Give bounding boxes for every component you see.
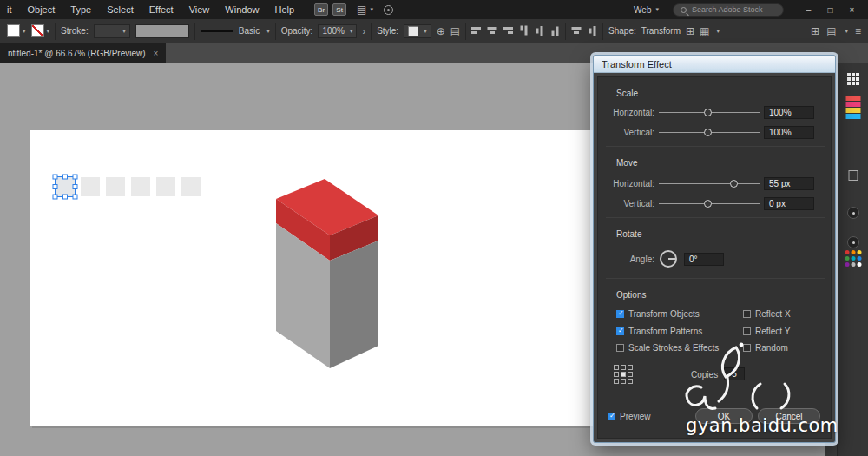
options-row-2: Transform Patterns Reflect Y	[616, 326, 828, 336]
brushes-panel-icon[interactable]	[847, 236, 859, 248]
menu-window[interactable]: Window	[217, 4, 266, 15]
menu-help[interactable]: Help	[266, 4, 302, 15]
menubar: it Object Type Select Effect View Window…	[0, 0, 868, 19]
transform-copies-preview	[81, 177, 201, 196]
rotate-angle-row: Angle: 0°	[594, 250, 837, 268]
chevron-down-icon: ▾	[122, 28, 126, 35]
arrange-documents-control[interactable]: ▤ ▾	[357, 4, 373, 15]
ok-button[interactable]: OK	[695, 408, 753, 424]
tab-close-icon[interactable]: ×	[154, 49, 159, 58]
align-center-icon[interactable]	[487, 26, 497, 36]
workspace-switcher[interactable]: Web ▾	[634, 5, 659, 15]
divider	[371, 23, 372, 40]
opacity-dropdown[interactable]: 100% ▾	[318, 24, 357, 38]
align-top-icon[interactable]	[519, 26, 529, 36]
dialog-title: Transform Effect	[602, 59, 672, 69]
random-checkbox[interactable]	[743, 344, 751, 352]
menu-edit[interactable]: it	[5, 4, 20, 15]
chevron-down-icon: ▾	[716, 28, 720, 35]
preview-checkbox[interactable]	[608, 413, 615, 420]
color-panel-icon[interactable]	[845, 96, 860, 119]
scale-horizontal-input[interactable]: 100%	[764, 106, 814, 119]
close-button[interactable]: ×	[841, 5, 863, 15]
align-right-icon[interactable]	[503, 26, 513, 36]
stroke-color-control[interactable]: ▾	[31, 24, 50, 37]
maximize-button[interactable]: □	[819, 5, 841, 15]
move-vertical-slider[interactable]	[659, 199, 760, 208]
selected-object[interactable]	[53, 175, 77, 199]
scale-vertical-slider[interactable]	[659, 128, 760, 137]
angle-dial[interactable]	[660, 250, 677, 268]
divider	[565, 23, 566, 40]
scale-vertical-input[interactable]: 100%	[764, 126, 814, 139]
document-tab[interactable]: ntitled-1* @ 66.67% (RGB/Preview) ×	[0, 43, 166, 63]
menu-effect[interactable]: Effect	[141, 4, 181, 15]
distribute-vertical-icon[interactable]	[588, 26, 597, 36]
stroke-weight-dropdown[interactable]: ▾	[94, 24, 130, 38]
scale-strokes-checkbox[interactable]	[616, 344, 624, 352]
style-dropdown[interactable]: ▾	[404, 24, 431, 38]
panel-menu-icon[interactable]: ≡	[855, 26, 861, 36]
symbols-panel-icon[interactable]	[847, 207, 859, 219]
grid-view-icon[interactable]: ⊞	[811, 26, 819, 36]
transform-label[interactable]: Transform	[641, 26, 681, 36]
style-label: Style:	[377, 26, 398, 36]
transform-patterns-label: Transform Patterns	[628, 327, 702, 336]
section-divider	[606, 278, 825, 279]
box-artwork[interactable]	[276, 179, 378, 368]
chevron-down-icon: ▾	[266, 28, 270, 35]
slider-knob[interactable]	[704, 200, 712, 208]
transform-patterns-checkbox[interactable]	[616, 327, 624, 335]
fill-color-control[interactable]: ▾	[7, 24, 26, 37]
preview-control: Preview	[608, 412, 651, 421]
stock-badge[interactable]: St	[332, 3, 346, 16]
sync-status-control[interactable]	[384, 5, 393, 15]
document-setup-icon[interactable]: ▤	[450, 26, 460, 36]
panels-icon[interactable]: ▤	[826, 26, 836, 36]
flyout-arrow-icon[interactable]: ›	[362, 26, 365, 36]
transform-options-icon[interactable]: ▦	[700, 26, 709, 36]
width-profile-preview[interactable]	[135, 24, 189, 38]
publish-online-icon[interactable]: ⊕	[437, 26, 445, 36]
minimize-button[interactable]: –	[798, 5, 819, 15]
stroke-swatch	[31, 24, 44, 37]
swatches-panel-icon[interactable]	[845, 250, 861, 267]
move-vertical-input[interactable]: 0 px	[764, 197, 814, 210]
move-horizontal-slider[interactable]	[659, 179, 760, 188]
dialog-titlebar[interactable]: Transform Effect	[594, 56, 835, 73]
illustrator-window: it Object Type Select Effect View Window…	[0, 0, 868, 456]
reflect-y-checkbox[interactable]	[743, 327, 751, 335]
distribute-horizontal-icon[interactable]	[571, 26, 582, 36]
move-horizontal-input[interactable]: 55 px	[764, 177, 814, 190]
libraries-panel-icon[interactable]	[848, 170, 858, 181]
chevron-down-icon: ▾	[47, 28, 50, 35]
reference-point-locator[interactable]	[614, 365, 633, 384]
slider-knob[interactable]	[704, 129, 712, 136]
cancel-button[interactable]: Cancel	[758, 408, 820, 424]
scale-horizontal-label: Horizontal:	[594, 108, 654, 117]
slider-knob[interactable]	[730, 180, 738, 188]
slider-knob[interactable]	[704, 109, 712, 116]
angle-input[interactable]: 0°	[684, 253, 724, 266]
bridge-badge[interactable]: Br	[314, 3, 328, 16]
reflect-x-checkbox[interactable]	[743, 310, 751, 318]
opacity-value: 100%	[322, 26, 345, 36]
align-bottom-icon[interactable]	[550, 26, 560, 36]
adobe-stock-search[interactable]: Search Adobe Stock	[673, 3, 784, 17]
artboards-panel-icon[interactable]	[847, 73, 859, 85]
options-row-1: Transform Objects Reflect X	[616, 308, 828, 319]
menu-view[interactable]: View	[181, 4, 218, 15]
style-swatch	[408, 26, 418, 36]
menu-type[interactable]: Type	[62, 4, 99, 15]
divider	[465, 23, 466, 40]
scale-horizontal-slider[interactable]	[659, 108, 760, 117]
menu-object[interactable]: Object	[20, 4, 63, 15]
brush-definition-label[interactable]: Basic	[239, 26, 260, 36]
align-middle-icon[interactable]	[535, 26, 544, 36]
transform-objects-checkbox[interactable]	[616, 310, 624, 318]
angle-label: Angle:	[594, 254, 654, 264]
menu-select[interactable]: Select	[99, 4, 141, 15]
free-transform-icon[interactable]: ⊞	[686, 26, 694, 36]
copies-input[interactable]: 5	[724, 367, 745, 380]
align-left-icon[interactable]	[471, 26, 482, 36]
